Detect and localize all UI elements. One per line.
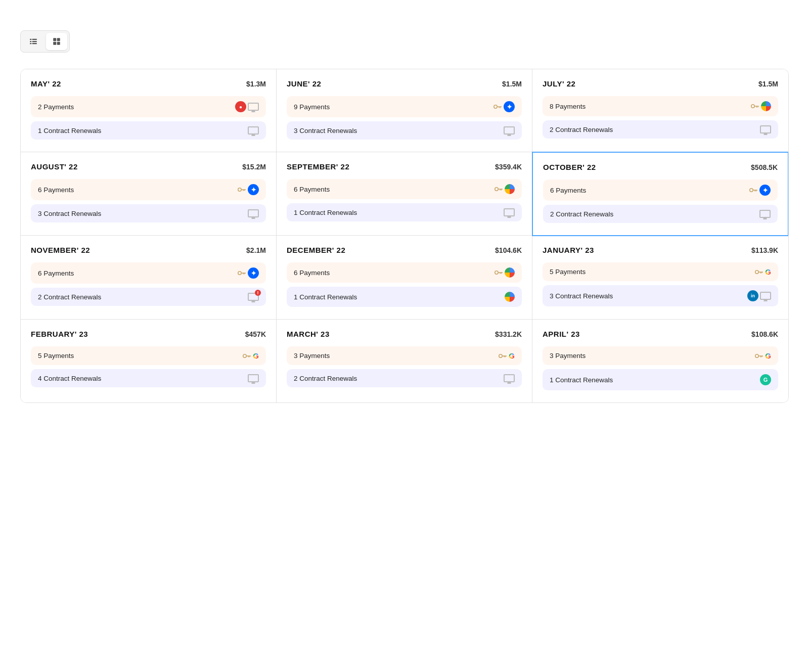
payments-row[interactable]: 8 Payments xyxy=(543,96,778,116)
key-icon xyxy=(499,353,507,359)
payments-row[interactable]: 3 Payments G xyxy=(543,346,778,365)
svg-rect-9 xyxy=(57,42,60,45)
google-icon: G xyxy=(765,351,771,360)
renewals-row[interactable]: 2 Contract Renewals xyxy=(543,120,778,139)
icon-group: ✦ xyxy=(238,267,259,279)
month-header: JULY' 22 $1.5M xyxy=(543,79,778,88)
icon-group: ✦ xyxy=(238,184,259,195)
renewals-label: 3 Contract Renewals xyxy=(38,210,101,217)
month-name: DECEMBER' 22 xyxy=(287,246,345,254)
month-name: JUNE' 22 xyxy=(287,79,321,88)
month-cell[interactable]: MAY' 22 $1.3M 2 Payments ● 1 Contract Re… xyxy=(21,69,277,152)
list-icon xyxy=(29,37,38,46)
monitor-icon xyxy=(248,126,259,135)
month-header: NOVEMBER' 22 $2.1M xyxy=(31,246,266,254)
month-header: MAY' 22 $1.3M xyxy=(31,79,266,88)
icon-group xyxy=(247,374,259,382)
month-name: MAY' 22 xyxy=(31,79,61,88)
month-header: FEBRUARY' 23 $457K xyxy=(31,330,266,338)
svg-rect-4 xyxy=(30,43,31,44)
renewals-label: 1 Contract Renewals xyxy=(38,127,101,135)
month-cell[interactable]: JUNE' 22 $1.5M 9 Payments ✦ 3 Contract R… xyxy=(277,69,532,152)
icon-group xyxy=(495,184,515,194)
payments-row[interactable]: 2 Payments ● xyxy=(31,96,266,117)
renewals-label: 2 Contract Renewals xyxy=(38,293,101,301)
icon-group xyxy=(751,101,771,111)
month-cell[interactable]: AUGUST' 22 $15.2M 6 Payments ✦ 3 Contrac… xyxy=(21,152,277,236)
renewals-row[interactable]: 2 Contract Renewals xyxy=(287,369,522,387)
icon-group xyxy=(495,267,515,278)
payments-row[interactable]: 6 Payments ✦ xyxy=(31,179,266,200)
month-amount: $113.9K xyxy=(751,246,778,254)
svg-point-42 xyxy=(243,354,246,357)
icon-group: G xyxy=(243,351,259,360)
month-amount: $108.6K xyxy=(751,330,778,338)
renewals-row[interactable]: 3 Contract Renewals in xyxy=(543,285,778,306)
payments-row[interactable]: 6 Payments xyxy=(287,262,522,283)
key-icon xyxy=(495,187,503,192)
payments-row[interactable]: 6 Payments xyxy=(287,179,522,199)
renewals-row[interactable]: 1 Contract Renewals xyxy=(287,203,522,221)
renewals-label: 2 Contract Renewals xyxy=(550,126,613,133)
payments-row[interactable]: 5 Payments G xyxy=(543,262,778,281)
month-amount: $1.5M xyxy=(758,80,778,88)
renewals-row[interactable]: 4 Contract Renewals xyxy=(31,369,266,387)
list-view-button[interactable] xyxy=(23,33,44,50)
svg-point-18 xyxy=(238,188,241,191)
month-cell[interactable]: SEPTEMBER' 22 $359.4K 6 Payments 1 Contr… xyxy=(277,152,532,236)
renewals-row[interactable]: 2 Contract Renewals xyxy=(543,205,778,223)
grid-view-button[interactable] xyxy=(46,33,67,50)
renewals-row[interactable]: 1 Contract Renewals G xyxy=(543,369,778,390)
key-icon xyxy=(238,271,246,276)
payments-row[interactable]: 9 Payments ✦ xyxy=(287,96,522,117)
svg-point-14 xyxy=(751,105,754,108)
renewals-row[interactable]: 3 Contract Renewals xyxy=(287,121,522,140)
key-icon xyxy=(493,104,502,109)
svg-point-34 xyxy=(495,271,498,274)
month-header: AUGUST' 22 $15.2M xyxy=(31,162,266,171)
key-icon xyxy=(755,270,763,275)
renewals-label: 1 Contract Renewals xyxy=(550,376,613,384)
renewals-row[interactable]: 1 Contract Renewals xyxy=(287,287,522,307)
svg-point-38 xyxy=(755,270,758,273)
dropbox-icon: ✦ xyxy=(504,101,515,112)
month-cell[interactable]: OCTOBER' 22 $508.5K 6 Payments ✦ 2 Contr… xyxy=(532,152,789,236)
month-name: NOVEMBER' 22 xyxy=(31,246,90,254)
svg-rect-3 xyxy=(32,41,37,42)
icon-group xyxy=(503,208,515,216)
renewals-row[interactable]: 1 Contract Renewals xyxy=(31,121,266,140)
month-amount: $508.5K xyxy=(751,163,778,171)
monitor-icon xyxy=(504,126,515,135)
linkedin-icon: in xyxy=(747,290,758,301)
renewals-row[interactable]: 3 Contract Renewals xyxy=(31,204,266,222)
svg-point-46 xyxy=(499,354,502,357)
month-cell[interactable]: NOVEMBER' 22 $2.1M 6 Payments ✦ 2 Contra… xyxy=(21,236,277,320)
payments-label: 6 Payments xyxy=(38,270,74,277)
month-cell[interactable]: JULY' 22 $1.5M 8 Payments 2 Contract Ren… xyxy=(532,69,788,152)
month-cell[interactable]: FEBRUARY' 23 $457K 5 Payments G 4 Contra… xyxy=(21,320,277,402)
month-cell[interactable]: JANUARY' 23 $113.9K 5 Payments G 3 Contr… xyxy=(532,236,788,320)
payments-label: 6 Payments xyxy=(294,186,330,193)
month-amount: $104.6K xyxy=(495,246,522,254)
renewals-row[interactable]: 2 Contract Renewals ! xyxy=(31,288,266,306)
payments-row[interactable]: 6 Payments ✦ xyxy=(543,180,778,201)
month-cell[interactable]: MARCH' 23 $331.2K 3 Payments G 2 Contrac… xyxy=(277,320,532,402)
payments-row[interactable]: 6 Payments ✦ xyxy=(31,262,266,284)
monitor-icon xyxy=(504,208,515,216)
icon-group: G xyxy=(499,351,515,360)
payments-row[interactable]: 3 Payments G xyxy=(287,346,522,365)
icon-group: ● xyxy=(234,101,259,112)
svg-rect-7 xyxy=(57,38,60,41)
payments-label: 5 Payments xyxy=(38,352,74,360)
renewals-label: 3 Contract Renewals xyxy=(550,292,613,300)
icon-group: G xyxy=(759,374,771,385)
svg-point-50 xyxy=(755,354,758,357)
month-amount: $1.5M xyxy=(502,80,522,88)
grid-icon xyxy=(52,37,61,46)
renewals-label: 4 Contract Renewals xyxy=(38,375,101,382)
month-cell[interactable]: DECEMBER' 22 $104.6K 6 Payments 1 Contra… xyxy=(277,236,532,320)
icon-group: ! xyxy=(247,293,259,301)
payments-row[interactable]: 5 Payments G xyxy=(31,346,266,365)
payments-label: 8 Payments xyxy=(550,103,586,110)
month-cell[interactable]: APRIL' 23 $108.6K 3 Payments G 1 Contrac… xyxy=(532,320,788,402)
